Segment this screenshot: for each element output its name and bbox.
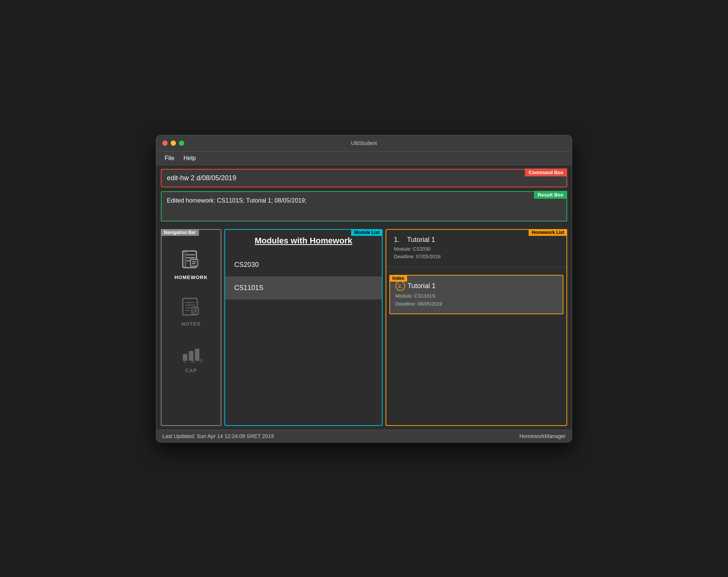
hw-item-2-module: Module: CS1101S <box>395 292 557 300</box>
close-button[interactable] <box>162 140 168 146</box>
sidebar-item-homework[interactable]: HOMEWORK <box>162 241 221 288</box>
notes-nav-label: NOTES <box>182 321 201 327</box>
homework-icon <box>180 249 202 271</box>
window-title: UltiStudent <box>351 140 377 146</box>
command-box-wrapper: Command Box edit-hw 2 d/08/05/2019 <box>161 169 567 187</box>
sidebar-item-cap[interactable]: C A P CAP <box>162 334 221 381</box>
minimize-button[interactable] <box>171 140 176 146</box>
nav-bar-label: Navigation Bar <box>161 229 199 236</box>
hw-item-1-deadline: Deadline: 07/05/2019 <box>394 253 559 261</box>
statusbar: Last Updated: Sun Apr 14 12:24:09 SRET 2… <box>156 430 572 442</box>
menubar: File Help <box>156 152 572 165</box>
sidebar-item-notes[interactable]: NOTES <box>162 288 221 334</box>
hw-item-2-deadline: Deadline: 08/05/2019 <box>395 300 557 308</box>
last-updated: Last Updated: Sun Apr 14 12:24:09 SRET 2… <box>162 433 274 439</box>
hw-item-1-module: Module: CS2030 <box>394 245 559 253</box>
module-list-label: Module List <box>351 229 383 236</box>
module-item-cs1101s[interactable]: CS1101S <box>225 276 382 299</box>
module-item-cs2030[interactable]: CS2030 <box>225 253 382 276</box>
result-display: Edited homework: CS1101S; Tutorial 1; 08… <box>161 191 567 221</box>
index-badge: 2. <box>395 281 405 291</box>
menu-help[interactable]: Help <box>180 153 200 163</box>
fullscreen-button[interactable] <box>179 140 184 146</box>
svg-rect-5 <box>190 259 198 266</box>
homework-item-2-wrapper: Index 2. Tutorial 1 Module: CS1101S Dead… <box>389 275 563 314</box>
svg-rect-1 <box>184 251 187 268</box>
module-list-panel: Module List Modules with Homework CS2030… <box>224 229 383 426</box>
hw-item-2-title: 2. Tutorial 1 <box>395 281 557 291</box>
result-box-wrapper: Result Box Edited homework: CS1101S; Tut… <box>161 191 567 221</box>
navigation-bar: Navigation Bar HOMEWORK <box>161 229 221 426</box>
homework-nav-label: HOMEWORK <box>174 274 208 280</box>
hw-item-1-title: 1. Tutorial 1 <box>394 236 559 244</box>
manager-name: HomeworkManager <box>520 433 566 439</box>
homework-list-panel: Homework List 1. Tutorial 1 Module: CS20… <box>386 229 567 426</box>
main-content: Navigation Bar HOMEWORK <box>161 229 567 426</box>
titlebar: UltiStudent <box>156 135 572 152</box>
command-input[interactable]: edit-hw 2 d/08/05/2019 <box>161 169 567 187</box>
result-box-label: Result Box <box>534 191 567 199</box>
menu-file[interactable]: File <box>161 153 178 163</box>
command-area: Command Box edit-hw 2 d/08/05/2019 <box>156 165 572 191</box>
notes-icon <box>180 295 202 318</box>
homework-list-label: Homework List <box>529 229 567 236</box>
homework-item-2[interactable]: 2. Tutorial 1 Module: CS1101S Deadline: … <box>389 275 563 314</box>
svg-text:C A P: C A P <box>184 358 202 363</box>
cap-nav-label: CAP <box>185 368 197 373</box>
result-area: Result Box Edited homework: CS1101S; Tut… <box>156 191 572 225</box>
traffic-lights <box>162 140 184 146</box>
cap-icon: C A P <box>180 342 202 365</box>
app-window: UltiStudent File Help Command Box edit-h… <box>156 135 572 443</box>
command-box-label: Command Box <box>525 168 567 176</box>
index-label: Index <box>389 275 407 282</box>
